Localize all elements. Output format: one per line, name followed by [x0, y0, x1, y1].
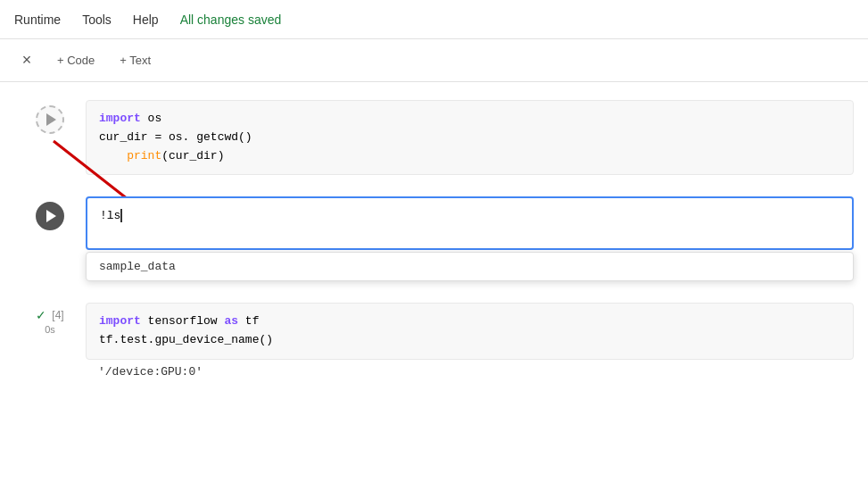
close-button[interactable]: × [14, 48, 39, 73]
cell-2-row: !ls sample_data [0, 196, 868, 281]
play-icon-active [46, 210, 56, 222]
add-code-button[interactable]: + Code [50, 50, 102, 71]
cell-3-gutter: ✓ [4] 0s [14, 303, 86, 335]
code-line: cur_dir = os. getcwd() [99, 129, 840, 147]
main-content: import os cur_dir = os. getcwd() print(c… [0, 82, 868, 483]
autocomplete-item[interactable]: sample_data [87, 253, 853, 280]
cell-3: ✓ [4] 0s import tensorflow as tf tf.test… [0, 292, 868, 398]
cell-1-gutter [14, 100, 86, 134]
cell-2-code[interactable]: !ls [86, 196, 854, 250]
cell-check-icon: ✓ [36, 308, 46, 322]
code-line: tf.test.gpu_device_name() [99, 331, 840, 350]
code-line: !ls [100, 207, 839, 226]
cell-1-run-button[interactable] [36, 105, 64, 134]
cell-1-code[interactable]: import os cur_dir = os. getcwd() print(c… [86, 100, 854, 175]
cell-2: !ls sample_data [0, 186, 868, 292]
save-status: All changes saved [177, 9, 285, 30]
menu-runtime[interactable]: Runtime [11, 9, 64, 30]
keyword: import [99, 112, 141, 125]
cell-1: import os cur_dir = os. getcwd() print(c… [0, 89, 868, 186]
cell-3-row: ✓ [4] 0s import tensorflow as tf tf.test… [0, 303, 868, 387]
code-line: print(cur_dir) [99, 147, 840, 166]
autocomplete-dropdown[interactable]: sample_data [86, 252, 854, 281]
add-text-button[interactable]: + Text [112, 50, 158, 71]
notebook: import os cur_dir = os. getcwd() print(c… [0, 82, 868, 483]
cell-2-gutter [14, 196, 86, 230]
play-icon [46, 113, 56, 126]
cell-2-run-button[interactable] [36, 202, 64, 230]
cell-3-output: '/device:GPU:0' [86, 360, 854, 387]
cell-execution-count: [4] [52, 309, 63, 321]
app-container: Runtime Tools Help All changes saved × +… [0, 0, 868, 483]
menu-bar: Runtime Tools Help All changes saved [0, 0, 868, 39]
cell-3-status: ✓ [4] [36, 308, 63, 322]
cell-3-code[interactable]: import tensorflow as tf tf.test.gpu_devi… [86, 303, 854, 360]
cell-exec-time: 0s [45, 324, 55, 335]
menu-help[interactable]: Help [129, 9, 162, 30]
toolbar: × + Code + Text [0, 39, 868, 82]
menu-tools[interactable]: Tools [79, 9, 115, 30]
code-line: import tensorflow as tf [99, 312, 840, 331]
cell-1-row: import os cur_dir = os. getcwd() print(c… [0, 100, 868, 175]
output-text: '/device:GPU:0' [98, 363, 841, 380]
code-line: import os [99, 110, 840, 129]
